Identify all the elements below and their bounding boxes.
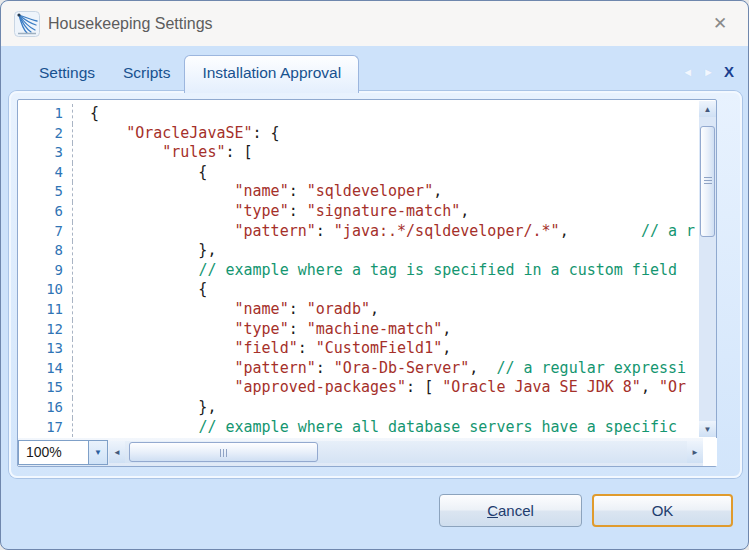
- code-text: {: [73, 163, 207, 183]
- code-line: 11 "name": "oradb",: [18, 300, 696, 320]
- scroll-down-icon[interactable]: ▼: [699, 421, 716, 437]
- tab-close-icon[interactable]: X: [724, 63, 734, 80]
- line-number: 6: [18, 202, 73, 222]
- code-text: "approved-packages": [ "Oracle Java SE J…: [73, 378, 686, 398]
- line-number: 11: [18, 300, 73, 320]
- horizontal-scrollbar[interactable]: [125, 441, 687, 463]
- vertical-scrollbar[interactable]: ▲ ▼: [699, 101, 716, 437]
- code-text: {: [73, 104, 99, 124]
- horizontal-scrollbar-thumb[interactable]: [129, 442, 318, 462]
- code-line: 10 {: [18, 280, 696, 300]
- tab-scripts[interactable]: Scripts: [109, 56, 184, 92]
- window-title: Housekeeping Settings: [48, 15, 213, 33]
- zoom-dropdown-icon[interactable]: ▼: [89, 440, 108, 465]
- code-line: 16 },: [18, 398, 696, 418]
- code-line: 8 },: [18, 241, 696, 261]
- code-line: 7 "pattern": "java:.*/sqldeveloper/.*", …: [18, 222, 696, 242]
- code-lines[interactable]: 1{2 "OracleJavaSE": {3 "rules": [4 {5 "n…: [18, 101, 696, 437]
- ok-button[interactable]: OK: [592, 494, 733, 527]
- line-number: 3: [18, 143, 73, 163]
- scroll-up-icon[interactable]: ▲: [699, 101, 716, 117]
- scroll-right-icon[interactable]: ►: [687, 441, 703, 463]
- window-close-icon[interactable]: ✕: [702, 7, 738, 39]
- tab-installation-approval[interactable]: Installation Approval: [184, 55, 359, 93]
- code-text: "field": "CustomField1",: [73, 339, 451, 359]
- code-line: 5 "name": "sqldeveloper",: [18, 182, 696, 202]
- code-line: 4 {: [18, 163, 696, 183]
- line-number: 1: [18, 104, 73, 124]
- scrollbar-grip: [220, 449, 229, 457]
- code-line: 3 "rules": [: [18, 143, 696, 163]
- line-number: 16: [18, 398, 73, 418]
- code-text: "OracleJavaSE": {: [73, 124, 280, 144]
- cancel-button[interactable]: Cancel: [439, 494, 582, 527]
- line-number: 4: [18, 163, 73, 183]
- code-text: "type": "signature-match",: [73, 202, 469, 222]
- code-text: "name": "sqldeveloper",: [73, 182, 442, 202]
- line-number: 15: [18, 378, 73, 398]
- tab-scroll-right-icon[interactable]: ►: [703, 66, 714, 78]
- line-number: 13: [18, 339, 73, 359]
- line-number: 17: [18, 418, 73, 438]
- code-line: 6 "type": "signature-match",: [18, 202, 696, 222]
- tab-settings[interactable]: Settings: [25, 56, 109, 92]
- scrollbar-grip: [704, 177, 712, 185]
- code-line: 2 "OracleJavaSE": {: [18, 124, 696, 144]
- code-line: 1{: [18, 104, 696, 124]
- zoom-combo[interactable]: 100% ▼: [18, 440, 108, 465]
- code-text: "rules": [: [73, 143, 253, 163]
- code-text: "pattern": "Ora-Db-Server", // a regular…: [73, 359, 686, 379]
- scrollbar-corner: [703, 438, 717, 466]
- tab-strip: SettingsScriptsInstallation Approval: [1, 46, 748, 92]
- code-line: 15 "approved-packages": [ "Oracle Java S…: [18, 378, 696, 398]
- housekeeping-settings-dialog: Housekeeping Settings ✕ SettingsScriptsI…: [0, 0, 749, 550]
- scroll-left-icon[interactable]: ◄: [109, 441, 125, 463]
- line-number: 10: [18, 280, 73, 300]
- code-text: "type": "machine-match",: [73, 320, 451, 340]
- code-text: {: [73, 280, 207, 300]
- line-number: 2: [18, 124, 73, 144]
- zoom-level-value[interactable]: 100%: [18, 440, 89, 465]
- line-number: 8: [18, 241, 73, 261]
- code-line: 13 "field": "CustomField1",: [18, 339, 696, 359]
- code-line: 17 // example where all database servers…: [18, 418, 696, 438]
- line-number: 7: [18, 222, 73, 242]
- line-number: 12: [18, 320, 73, 340]
- code-text: },: [73, 241, 216, 261]
- line-number: 14: [18, 359, 73, 379]
- code-text: // example where all database servers ha…: [73, 418, 677, 438]
- code-text: // example where a tag is specified in a…: [73, 261, 677, 281]
- tab-scroll-left-icon[interactable]: ◄: [682, 66, 693, 78]
- code-line: 9 // example where a tag is specified in…: [18, 261, 696, 281]
- code-line: 14 "pattern": "Ora-Db-Server", // a regu…: [18, 359, 696, 379]
- code-text: },: [73, 398, 216, 418]
- tab-nav: ◄ ► X: [682, 63, 734, 80]
- line-number: 9: [18, 261, 73, 281]
- vertical-scrollbar-thumb[interactable]: [700, 126, 715, 237]
- code-line: 12 "type": "machine-match",: [18, 320, 696, 340]
- line-number: 5: [18, 182, 73, 202]
- code-text: "name": "oradb",: [73, 300, 379, 320]
- app-icon: [14, 11, 40, 37]
- code-text: "pattern": "java:.*/sqldeveloper/.*", //…: [73, 222, 695, 242]
- titlebar: Housekeeping Settings ✕: [1, 1, 748, 46]
